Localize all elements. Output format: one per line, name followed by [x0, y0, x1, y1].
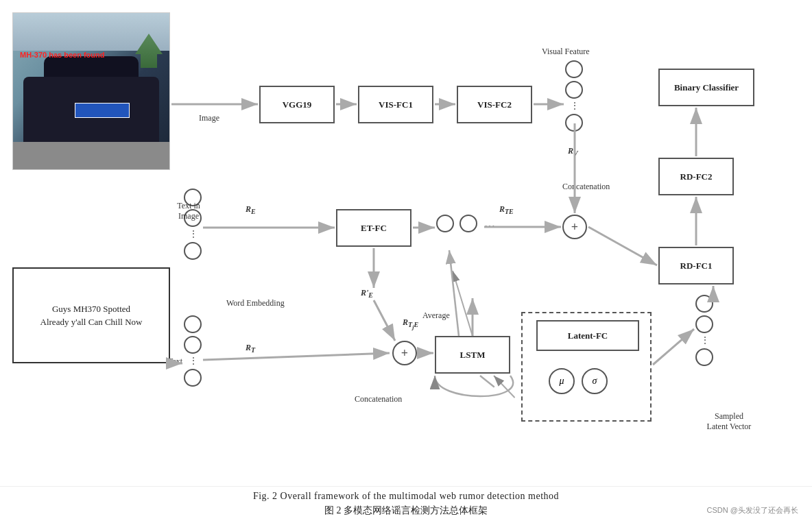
nn-node [565, 114, 583, 132]
sampled-latent-nn-col: ⋮ [695, 295, 713, 366]
lstm-label: LSTM [460, 350, 486, 361]
vgg19-box: VGG19 [259, 86, 335, 123]
caption-area: Fig. 2 Overall framework of the multimod… [0, 486, 812, 521]
mu-label: μ [559, 376, 564, 387]
diagram-area: MH-370 has been found Guys MH370 Spotted… [0, 0, 812, 486]
watermark: CSDN @头发没了还会再长 [707, 505, 798, 516]
text-image-nn-col: ⋮ [184, 189, 202, 260]
rd-fc2-label: RD-FC2 [680, 171, 713, 182]
vis-fc1-label: VIS-FC1 [379, 99, 413, 110]
latent-fc-inner: Latent-FC [536, 320, 639, 351]
nn-node [184, 369, 202, 387]
plus-icon-2: + [401, 346, 408, 361]
text-nn-col: ⋮ [184, 315, 202, 387]
label-visual-feature: Visual Feature [542, 47, 590, 57]
plus-circle-bottom: + [392, 341, 417, 365]
label-r-e-prime: R'E [361, 288, 373, 299]
label-sampled-latent: Sampled Latent Vector [698, 411, 760, 432]
text-post-content: Guys MH370 Spotted Already y'all Can Chi… [40, 302, 143, 329]
caption-chinese: 图 2 多模态网络谣言检测方法总体框架 [14, 505, 798, 517]
rd-fc2-box: RD-FC2 [658, 158, 734, 195]
latent-fc-box: Latent-FC μ σ [521, 312, 652, 422]
photo-road [13, 142, 169, 169]
label-concatenation-bottom: Concatenation [355, 394, 402, 404]
nn-node [436, 215, 454, 232]
rd-fc1-label: RD-FC1 [680, 260, 713, 271]
nn-node [565, 81, 583, 99]
caption-english: Fig. 2 Overall framework of the multimod… [14, 491, 798, 502]
nn-node [695, 348, 713, 366]
svg-line-11 [588, 227, 657, 265]
label-text-in-image: Text in Image [168, 201, 209, 221]
photo-text-overlay: MH-370 has been found [20, 51, 104, 59]
photo-car: MH-370 has been found [13, 13, 169, 169]
nn-node [184, 315, 202, 333]
vis-fc1-box: VIS-FC1 [358, 86, 433, 123]
nn-dots: ⋮ [189, 230, 198, 239]
nn-node [695, 295, 713, 313]
label-r-te: RTE [499, 204, 514, 215]
mu-circle: μ [549, 368, 575, 394]
label-word-embedding: Word Embedding [226, 298, 285, 308]
vgg19-label: VGG19 [283, 99, 312, 110]
label-r-t: RT [246, 343, 255, 354]
nn-node [695, 315, 713, 333]
svg-line-21 [653, 329, 694, 365]
svg-line-19 [453, 271, 473, 336]
plus-circle-top: + [562, 215, 587, 239]
nn-node [565, 60, 583, 78]
mu-sigma-row: μ σ [549, 368, 608, 394]
label-r-v: RV [568, 146, 578, 157]
photo-box: MH-370 has been found [12, 12, 170, 170]
et-fc-label: ET-FC [361, 223, 387, 234]
main-container: MH-370 has been found Guys MH370 Spotted… [0, 0, 812, 521]
nn-node [184, 242, 202, 260]
vis-fc2-box: VIS-FC2 [457, 86, 532, 123]
sigma-circle: σ [582, 368, 608, 394]
label-concatenation-top: Concatenation [562, 182, 610, 192]
label-r-tj-e: RTjE [403, 317, 418, 330]
label-r-e: RE [246, 204, 256, 215]
rd-fc1-box: RD-FC1 [658, 247, 734, 284]
label-image: Image [199, 113, 219, 123]
photo-license [75, 103, 130, 118]
two-nodes-et: … [436, 215, 495, 232]
plus-icon: + [571, 220, 578, 234]
svg-line-15 [203, 353, 390, 360]
nn-dots: ⋮ [189, 356, 198, 366]
binary-classifier-label: Binary Classifier [674, 82, 739, 93]
lstm-box: LSTM [435, 336, 510, 374]
nn-dots: ⋮ [700, 336, 709, 346]
sigma-label: σ [593, 376, 597, 387]
nn-node [184, 336, 202, 354]
photo-car-body [23, 77, 159, 145]
nn-node [459, 215, 477, 232]
binary-classifier-box: Binary Classifier [658, 69, 754, 106]
text-post-box: Guys MH370 Spotted Already y'all Can Chi… [12, 267, 170, 363]
svg-line-20 [449, 250, 459, 336]
et-fc-box: ET-FC [336, 209, 411, 247]
svg-line-16 [374, 300, 395, 341]
latent-fc-label: Latent-FC [568, 330, 608, 341]
vis-fc2-label: VIS-FC2 [477, 99, 512, 110]
label-text: Text [168, 356, 182, 367]
visual-feature-nn-col: ⋮ [565, 60, 583, 132]
nn-dots: ⋮ [570, 101, 579, 111]
label-average: Average [422, 311, 450, 321]
